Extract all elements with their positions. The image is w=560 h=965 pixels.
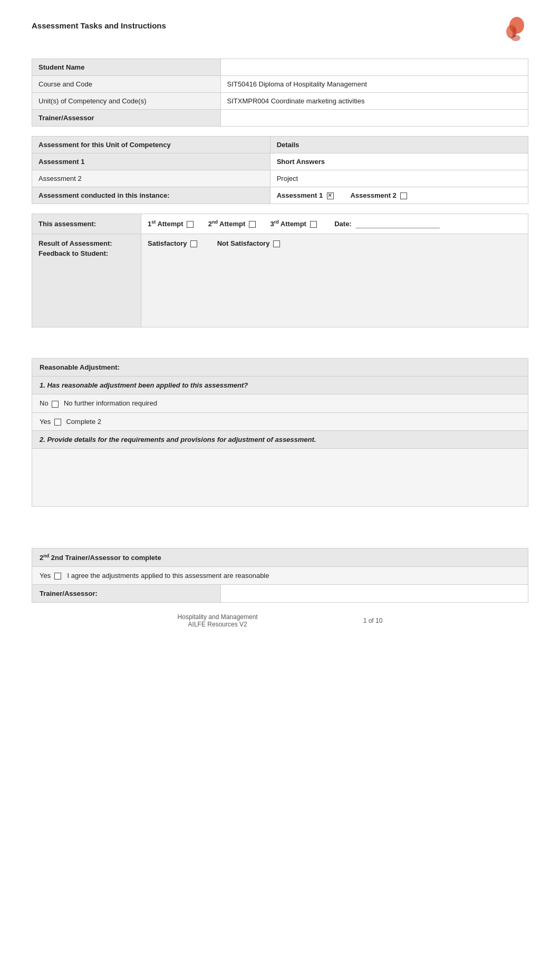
assess-row2-label: Assessment 2 bbox=[32, 170, 271, 187]
ra-question2-row: 2. Provide details for the requirements … bbox=[32, 430, 528, 448]
second-attempt-checkbox[interactable] bbox=[249, 221, 256, 228]
page-title: Assessment Tasks and Instructions bbox=[32, 21, 166, 30]
spacer1 bbox=[32, 337, 528, 358]
page-footer: Hospitality and Management AILFE Resourc… bbox=[32, 613, 528, 628]
attempt-row: This assessment: 1st Attempt 2nd Attempt… bbox=[32, 214, 528, 234]
yes-description: Complete 2 bbox=[66, 418, 101, 426]
t2-yes-label: Yes bbox=[40, 572, 51, 580]
ra-no-cell: No No further information required bbox=[32, 394, 528, 412]
t2-trainer-value bbox=[220, 584, 528, 602]
t2-header-text: 2nd 2nd Trainer/Assessor to complete bbox=[40, 554, 161, 562]
assess-conducted-label: Assessment conducted in this instance: bbox=[32, 187, 271, 204]
t2-agree-row: Yes I agree the adjustments applied to t… bbox=[32, 566, 528, 584]
footer-page: 1 of 10 bbox=[363, 617, 383, 624]
ra-details-cell bbox=[32, 448, 528, 506]
no-checkbox[interactable] bbox=[52, 401, 59, 408]
first-attempt-label: 1st Attempt bbox=[148, 220, 185, 228]
attempt-table: This assessment: 1st Attempt 2nd Attempt… bbox=[32, 214, 528, 327]
student-name-value bbox=[220, 59, 528, 76]
assess-header-row: Assessment for this Unit of Competency D… bbox=[32, 137, 528, 153]
spacer2 bbox=[32, 516, 528, 548]
t2-agree-cell: Yes I agree the adjustments applied to t… bbox=[32, 566, 528, 584]
t2-trainer-row: Trainer/Assessor: bbox=[32, 584, 528, 602]
assess-col1-header: Assessment for this Unit of Competency bbox=[32, 137, 271, 153]
not-satisfactory-label: Not Satisfactory bbox=[217, 239, 270, 247]
result-row: Result of Assessment: Feedback to Studen… bbox=[32, 234, 528, 327]
assess-row1: Assessment 1 Short Answers bbox=[32, 153, 528, 170]
student-name-row: Student Name bbox=[32, 59, 528, 76]
assess-row1-label: Assessment 1 bbox=[32, 153, 271, 170]
t2-trainer-label: Trainer/Assessor: bbox=[32, 584, 221, 602]
date-label: Date: bbox=[334, 220, 352, 228]
ra-question2-cell: 2. Provide details for the requirements … bbox=[32, 430, 528, 448]
ra-yes-row: Yes Complete 2 bbox=[32, 412, 528, 430]
trainer2-table: 2nd 2nd Trainer/Assessor to complete Yes… bbox=[32, 548, 528, 603]
unit-value: SITXMPR004 Coordinate marketing activiti… bbox=[220, 93, 528, 110]
satisfactory-label: Satisfactory bbox=[148, 239, 187, 247]
t2-header-row: 2nd 2nd Trainer/Assessor to complete bbox=[32, 548, 528, 566]
ra-details-textarea[interactable] bbox=[32, 450, 528, 503]
ra-header-row: Reasonable Adjustment: bbox=[32, 359, 528, 377]
student-name-label: Student Name bbox=[32, 59, 221, 76]
satisfactory-checkbox[interactable] bbox=[190, 240, 197, 247]
assessment2-label: Assessment 2 bbox=[350, 191, 396, 199]
not-satisfactory-checkbox[interactable] bbox=[273, 240, 280, 247]
reasonable-adjustment-table: Reasonable Adjustment: 1. Has reasonable… bbox=[32, 358, 528, 506]
assess-conducted-value: Assessment 1 Assessment 2 bbox=[270, 187, 528, 204]
ra-details-row bbox=[32, 448, 528, 506]
second-attempt-label: 2nd Attempt bbox=[208, 220, 247, 228]
assess-conducted-row: Assessment conducted in this instance: A… bbox=[32, 187, 528, 204]
no-label: No bbox=[40, 399, 49, 407]
course-code-value: SIT50416 Diploma of Hospitality Manageme… bbox=[220, 76, 528, 93]
page-header: Assessment Tasks and Instructions bbox=[32, 16, 528, 49]
date-value bbox=[355, 220, 440, 228]
footer-resources: AILFE Resources V2 bbox=[178, 621, 258, 628]
assess-row2-value: Project bbox=[270, 170, 528, 187]
this-assessment-label: This assessment: bbox=[32, 214, 141, 234]
footer-org-resources: Hospitality and Management AILFE Resourc… bbox=[178, 613, 258, 628]
course-code-label: Course and Code bbox=[32, 76, 221, 93]
student-info-table: Student Name Course and Code SIT50416 Di… bbox=[32, 59, 528, 127]
ra-no-row: No No further information required bbox=[32, 394, 528, 412]
first-attempt-checkbox[interactable] bbox=[187, 221, 194, 228]
ra-question1-row: 1. Has reasonable adjustment been applie… bbox=[32, 377, 528, 394]
assessment-info-table: Assessment for this Unit of Competency D… bbox=[32, 136, 528, 204]
ra-question1-cell: 1. Has reasonable adjustment been applie… bbox=[32, 377, 528, 394]
attempt-options: 1st Attempt 2nd Attempt 3rd Attempt Date… bbox=[141, 214, 528, 234]
assess-col2-header: Details bbox=[270, 137, 528, 153]
assess-row2: Assessment 2 Project bbox=[32, 170, 528, 187]
t2-header-cell: 2nd 2nd Trainer/Assessor to complete bbox=[32, 548, 528, 566]
t2-agree-text: I agree the adjustments applied to this … bbox=[67, 572, 269, 580]
trainer-label: Trainer/Assessor bbox=[32, 110, 221, 127]
yes-label: Yes bbox=[40, 418, 51, 426]
feedback-textarea[interactable] bbox=[148, 252, 522, 320]
third-attempt-checkbox[interactable] bbox=[310, 221, 317, 228]
course-code-row: Course and Code SIT50416 Diploma of Hosp… bbox=[32, 76, 528, 93]
ra-yes-cell: Yes Complete 2 bbox=[32, 412, 528, 430]
assessment1-checkbox[interactable] bbox=[327, 192, 334, 199]
result-checkboxes: Satisfactory Not Satisfactory bbox=[148, 239, 522, 247]
unit-label: Unit(s) of Competency and Code(s) bbox=[32, 93, 221, 110]
assess-row1-value: Short Answers bbox=[270, 153, 528, 170]
trainer-value bbox=[220, 110, 528, 127]
assessment2-checkbox[interactable] bbox=[400, 192, 407, 199]
logo bbox=[497, 16, 528, 49]
result-options: Satisfactory Not Satisfactory bbox=[141, 234, 528, 327]
ra-header-cell: Reasonable Adjustment: bbox=[32, 359, 528, 377]
yes-checkbox[interactable] bbox=[54, 419, 61, 426]
unit-row: Unit(s) of Competency and Code(s) SITXMP… bbox=[32, 93, 528, 110]
assessment1-label: Assessment 1 bbox=[277, 191, 323, 199]
footer-org: Hospitality and Management bbox=[178, 613, 258, 621]
no-description: No further information required bbox=[64, 399, 157, 407]
t2-yes-checkbox[interactable] bbox=[54, 573, 61, 580]
svg-point-4 bbox=[511, 35, 520, 41]
result-assessment-label: Result of Assessment: Feedback to Studen… bbox=[32, 234, 141, 327]
trainer-row: Trainer/Assessor bbox=[32, 110, 528, 127]
third-attempt-label: 3rd Attempt bbox=[270, 220, 308, 228]
